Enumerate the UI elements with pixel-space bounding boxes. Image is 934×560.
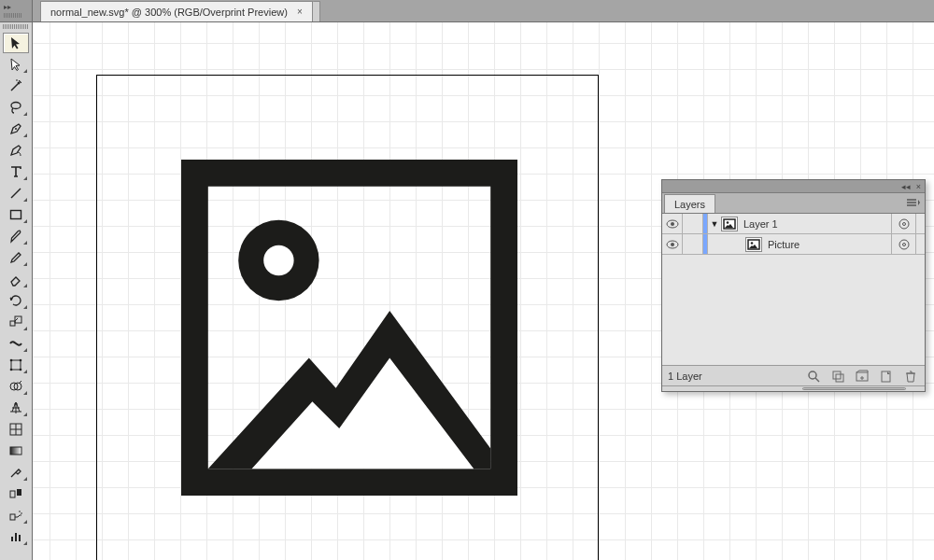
direct-selection-tool[interactable] [3, 54, 29, 75]
layer-color-chip [703, 234, 708, 254]
collapse-icon[interactable]: ◂◂ [901, 182, 911, 191]
svg-point-8 [10, 369, 13, 371]
width-tool[interactable] [3, 333, 29, 354]
layers-empty-area[interactable] [662, 255, 925, 365]
flyout-indicator-icon [23, 198, 27, 202]
panel-tabs: Layers [662, 193, 925, 214]
delete-icon[interactable] [902, 369, 919, 384]
target-icon[interactable] [891, 234, 915, 254]
artwork-picture-icon[interactable] [181, 160, 517, 496]
curvature-tool[interactable] [3, 140, 29, 161]
layers-tab-label: Layers [674, 199, 705, 210]
gradient-tool[interactable] [3, 441, 29, 461]
mesh-tool[interactable] [3, 419, 29, 440]
scale-tool[interactable] [3, 312, 29, 332]
type-tool[interactable] [3, 161, 29, 182]
create-sublayer-icon[interactable] [854, 369, 870, 384]
panel-scrollbar[interactable] [662, 385, 925, 391]
layers-list: ▼Layer 1Picture [662, 214, 925, 255]
selection-tool[interactable] [3, 33, 29, 53]
locate-object-icon[interactable] [805, 369, 822, 384]
tab-end-spacer [313, 1, 320, 21]
flyout-indicator-icon [23, 219, 27, 223]
layer-thumbnail-icon [721, 217, 738, 231]
column-graph-tool[interactable] [3, 526, 29, 547]
document-tab-title: normal_new.svg* @ 300% (RGB/Overprint Pr… [50, 7, 288, 18]
svg-point-26 [727, 221, 729, 224]
flyout-indicator-icon [23, 327, 27, 330]
layer-name[interactable]: Picture [768, 239, 891, 250]
pencil-tool[interactable] [3, 247, 29, 268]
selection-indicator[interactable] [915, 214, 925, 233]
svg-rect-5 [11, 360, 21, 370]
expand-icon: ▸▸ [4, 4, 11, 11]
svg-point-1 [15, 128, 17, 130]
layer-row[interactable]: ▼Layer 1 [662, 214, 925, 234]
svg-rect-14 [10, 491, 15, 497]
flyout-indicator-icon [23, 112, 27, 116]
svg-point-23 [671, 222, 674, 226]
layers-tab[interactable]: Layers [664, 194, 715, 213]
grip-icon [4, 13, 22, 18]
blend-tool[interactable] [3, 483, 29, 504]
make-clipping-mask-icon[interactable] [829, 369, 846, 384]
shape-builder-tool[interactable] [3, 376, 29, 397]
lock-toggle[interactable] [683, 234, 703, 254]
layer-row[interactable]: Picture [662, 234, 925, 255]
create-new-layer-icon[interactable] [878, 369, 895, 384]
flyout-indicator-icon [23, 541, 27, 545]
panel-titlebar[interactable]: ◂◂ × [662, 180, 925, 193]
layer-name[interactable]: Layer 1 [743, 218, 891, 230]
rotate-tool[interactable] [3, 290, 29, 311]
tools-grip-icon[interactable] [3, 24, 29, 29]
svg-point-17 [19, 511, 21, 512]
selection-indicator[interactable] [915, 234, 925, 254]
svg-point-21 [263, 245, 293, 275]
document-tab-bar: normal_new.svg* @ 300% (RGB/Overprint Pr… [33, 0, 934, 22]
svg-point-0 [11, 103, 21, 109]
magic-wand-tool[interactable] [3, 76, 29, 96]
svg-point-33 [751, 242, 754, 245]
layers-count-label: 1 Layer [668, 371, 798, 382]
visibility-toggle-icon[interactable] [662, 214, 683, 233]
visibility-toggle-icon[interactable] [662, 234, 683, 254]
perspective-grid-tool[interactable] [3, 398, 29, 418]
svg-point-36 [809, 371, 816, 379]
close-panel-icon[interactable]: × [916, 182, 921, 191]
flyout-indicator-icon [23, 413, 27, 416]
flyout-indicator-icon [23, 241, 27, 245]
svg-rect-3 [10, 321, 15, 326]
panel-expand-handle[interactable]: ▸▸ [0, 0, 33, 22]
flyout-indicator-icon [23, 370, 27, 373]
disclosure-triangle-icon[interactable]: ▼ [708, 219, 721, 229]
svg-rect-2 [11, 211, 21, 219]
document-tab[interactable]: normal_new.svg* @ 300% (RGB/Overprint Pr… [40, 1, 313, 21]
paintbrush-tool[interactable] [3, 226, 29, 246]
eyedropper-tool[interactable] [3, 462, 29, 483]
svg-point-18 [21, 512, 22, 514]
pen-tool[interactable] [3, 119, 29, 139]
symbol-sprayer-tool[interactable] [3, 505, 29, 525]
eraser-tool[interactable] [3, 269, 29, 289]
svg-point-28 [902, 222, 905, 225]
svg-rect-37 [833, 371, 841, 379]
panel-menu-icon[interactable] [906, 196, 921, 209]
svg-point-6 [10, 359, 13, 362]
svg-point-27 [899, 219, 909, 229]
target-icon[interactable] [891, 214, 915, 233]
svg-rect-40 [882, 371, 890, 382]
lock-toggle[interactable] [683, 214, 703, 233]
close-tab-icon[interactable]: × [297, 7, 303, 17]
layers-panel: ◂◂ × Layers ▼Layer 1Picture 1 Layer [661, 179, 926, 392]
line-segment-tool[interactable] [3, 183, 29, 203]
lasso-tool[interactable] [3, 97, 29, 118]
flyout-indicator-icon [23, 262, 27, 266]
canvas-area[interactable]: ◂◂ × Layers ▼Layer 1Picture 1 Layer [33, 22, 934, 560]
svg-point-34 [899, 240, 909, 249]
rectangle-tool[interactable] [3, 204, 29, 225]
svg-rect-15 [17, 489, 21, 496]
free-transform-tool[interactable] [3, 355, 29, 375]
svg-point-9 [20, 369, 22, 371]
svg-rect-13 [10, 447, 21, 455]
artboard[interactable] [96, 75, 599, 560]
